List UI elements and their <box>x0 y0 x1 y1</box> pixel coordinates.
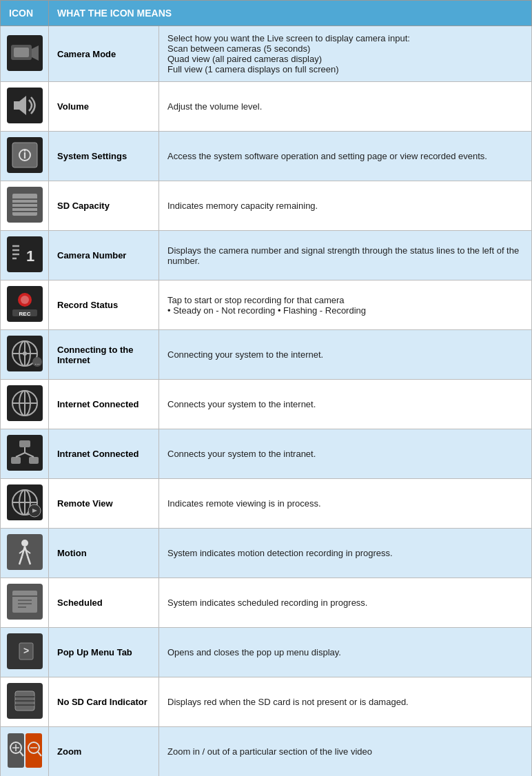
icon-record-status: REC <box>1 280 49 330</box>
table-row: Remote ViewIndicates remote viewing is i… <box>1 479 532 529</box>
icon-camera-number: 1 <box>1 231 49 280</box>
desc-scheduled: System indicates scheduled recording in … <box>159 578 532 628</box>
label-scheduled: Scheduled <box>49 578 159 628</box>
table-row: ZoomZoom in / out of a particular sectio… <box>1 727 532 777</box>
table-row: VolumeAdjust the volume level. <box>1 82 532 132</box>
desc-volume: Adjust the volume level. <box>159 82 532 132</box>
table-row: REC Record StatusTap to start or stop re… <box>1 280 532 330</box>
svg-rect-53 <box>7 534 43 570</box>
table-row: Intranet ConnectedConnects your system t… <box>1 429 532 479</box>
svg-text:>: > <box>23 645 28 656</box>
icon-scheduled <box>1 578 49 628</box>
desc-motion: System indicates motion detection record… <box>159 529 532 578</box>
desc-camera-number: Displays the camera number and signal st… <box>159 231 532 280</box>
desc-camera-mode: Select how you want the Live screen to d… <box>159 26 532 82</box>
svg-rect-16 <box>7 236 43 272</box>
table-row: SD CapacityIndicates memory capacity rem… <box>1 181 532 231</box>
table-row: ... Connecting to the InternetConnecting… <box>1 330 532 380</box>
desc-no-sd: Displays red when the SD card is not pre… <box>159 677 532 727</box>
svg-rect-62 <box>12 591 37 613</box>
label-intranet-connected: Intranet Connected <box>49 429 159 479</box>
label-no-sd: No SD Card Indicator <box>49 677 159 727</box>
table-row: Camera ModeSelect how you want the Live … <box>1 26 532 82</box>
label-volume: Volume <box>49 82 159 132</box>
desc-intranet-connected: Connects your system to the intranet. <box>159 429 532 479</box>
svg-point-54 <box>21 540 28 547</box>
table-row: i System SettingsAccess the system softw… <box>1 132 532 181</box>
table-row: ScheduledSystem indicates scheduled reco… <box>1 578 532 628</box>
label-connecting-internet: Connecting to the Internet <box>49 330 159 380</box>
svg-rect-81 <box>25 733 42 768</box>
label-camera-number: Camera Number <box>49 231 159 280</box>
svg-text:i: i <box>23 149 25 161</box>
svg-text:REC: REC <box>19 311 30 317</box>
icon-connecting-internet: ... <box>1 330 49 380</box>
desc-record-status: Tap to start or stop recording for that … <box>159 280 532 330</box>
icon-sd-capacity <box>1 181 49 231</box>
svg-rect-42 <box>11 457 21 464</box>
svg-rect-43 <box>29 457 39 464</box>
table-row: 1 Camera NumberDisplays the camera numbe… <box>1 231 532 280</box>
desc-remote-view: Indicates remote viewing is in process. <box>159 479 532 529</box>
icon-internet-connected <box>1 380 49 429</box>
label-popup-menu: Pop Up Menu Tab <box>49 628 159 677</box>
label-zoom: Zoom <box>49 727 159 777</box>
icon-intranet-connected <box>1 429 49 479</box>
desc-zoom: Zoom in / out of a particular section of… <box>159 727 532 777</box>
svg-rect-3 <box>14 48 29 57</box>
desc-system-settings: Access the system software operation and… <box>159 132 532 181</box>
icon-popup-menu: > <box>1 628 49 677</box>
desc-internet-connected: Connects your system to the internet. <box>159 380 532 429</box>
icon-no-sd <box>1 677 49 727</box>
icon-zoom <box>1 727 49 777</box>
svg-rect-11 <box>12 194 37 216</box>
desc-sd-capacity: Indicates memory capacity remaining. <box>159 181 532 231</box>
label-record-status: Record Status <box>49 280 159 330</box>
icon-system-settings: i <box>1 132 49 181</box>
icon-motion <box>1 529 49 578</box>
desc-popup-menu: Opens and closes the pop up menu display… <box>159 628 532 677</box>
table-row: MotionSystem indicates motion detection … <box>1 529 532 578</box>
label-sd-capacity: SD Capacity <box>49 181 159 231</box>
header-desc-col: WHAT THE ICON MEANS <box>49 1 532 26</box>
label-motion: Motion <box>49 529 159 578</box>
table-row: Internet ConnectedConnects your system t… <box>1 380 532 429</box>
table-row: No SD Card IndicatorDisplays red when th… <box>1 677 532 727</box>
svg-text:...: ... <box>34 359 40 366</box>
svg-text:1: 1 <box>25 247 34 265</box>
svg-point-24 <box>21 296 29 304</box>
svg-rect-41 <box>19 440 30 447</box>
label-system-settings: System Settings <box>49 132 159 181</box>
label-internet-connected: Internet Connected <box>49 380 159 429</box>
label-remote-view: Remote View <box>49 479 159 529</box>
header-icon-col: ICON <box>1 1 49 26</box>
icon-volume <box>1 82 49 132</box>
icon-camera-mode <box>1 26 49 82</box>
label-camera-mode: Camera Mode <box>49 26 159 82</box>
table-row: > Pop Up Menu TabOpens and closes the po… <box>1 628 532 677</box>
desc-connecting-internet: Connecting your system to the internet. <box>159 330 532 380</box>
icon-remote-view <box>1 479 49 529</box>
